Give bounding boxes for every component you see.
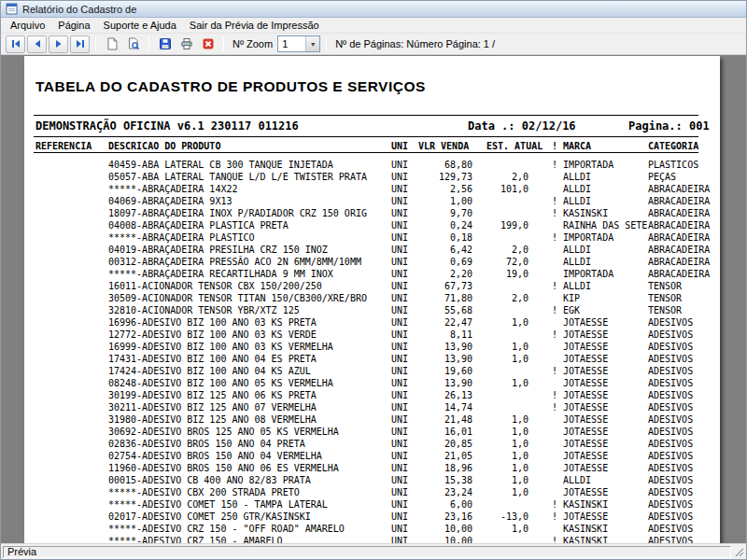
cell-vlr: 26,13 [407, 390, 472, 400]
cell-uni: UNI [391, 487, 408, 497]
table-row: 04069-ABRAÇADEIRA 9X13UNI1,00!ALLDIABRAC… [24, 195, 720, 207]
cell-desc: 08248-ADESIVO BIZ 100 ANO 05 KS VERMELHA [108, 378, 333, 388]
cell-uni: UNI [391, 232, 408, 243]
cell-marca: ALLDI [563, 172, 591, 182]
printer-icon [180, 37, 193, 50]
close-preview-button[interactable] [198, 35, 218, 53]
cell-marca: JOTAESSE [563, 463, 608, 473]
cell-vlr: 23,24 [407, 487, 472, 497]
cell-cat: ABRACADEIRA [648, 184, 710, 194]
cell-desc: 17431-ADESIVO BIZ 100 ANO 04 ES PRETA [108, 354, 317, 364]
cell-uni: UNI [391, 536, 408, 543]
status-bar: Prévia [1, 543, 746, 559]
save-icon [159, 37, 172, 50]
app-icon [6, 3, 18, 15]
document-button[interactable] [102, 35, 121, 53]
report-page-number: Pagina.: 001 [628, 119, 710, 133]
cell-cat: ADESIVOS [648, 511, 693, 522]
cell-desc: *****-ABRAÇADEIRA PLASTICO [108, 232, 255, 243]
cell-flag: ! [552, 366, 557, 376]
cell-flag: ! [552, 208, 557, 218]
document-icon [106, 37, 119, 50]
cell-cat: ADESIVOS [648, 499, 693, 510]
cell-est: 2,0 [480, 245, 529, 255]
menu-pagina[interactable]: Página [51, 19, 96, 32]
zoom-label: Nº Zoom [230, 38, 275, 49]
table-row: 30692-ADESIVO BROS 125 ANO 05 KS VERMELH… [24, 426, 720, 438]
cell-vlr: 16,01 [407, 427, 472, 437]
cell-vlr: 1,00 [407, 196, 472, 206]
cell-desc: 04008-ABRAÇADEIRA PLASTICA PRETA [108, 220, 289, 231]
chevron-down-icon[interactable]: ▼ [305, 36, 319, 51]
cell-marca: JOTAESSE [563, 329, 608, 340]
zoom-value: 1 [278, 36, 305, 51]
cell-uni: UNI [391, 390, 408, 400]
table-row: 02836-ADESIVO BROS 150 ANO 04 PRETAUNI20… [24, 438, 720, 450]
cell-uni: UNI [391, 160, 408, 170]
search-page-icon [127, 37, 140, 50]
cell-vlr: 0,18 [407, 232, 472, 243]
cell-cat: TENSOR [648, 305, 682, 315]
cell-cat: ADESIVOS [648, 354, 693, 364]
app-window: Relatório do Cadastro de ArquivoPáginaSu… [0, 0, 747, 560]
cell-vlr: 15,38 [407, 475, 472, 485]
table-row: 30199-ADESIVO BIZ 125 ANO 06 KS PRETAUNI… [24, 389, 720, 401]
cell-marca: ALLDI [563, 475, 591, 485]
cell-marca: ALLDI [563, 257, 591, 267]
cell-desc: *****-ADESIVO CRZ 150 - "OFF ROAD" AMARE… [108, 524, 345, 534]
cell-uni: UNI [391, 184, 408, 194]
cell-flag: ! [552, 511, 557, 522]
menu-arquivo[interactable]: Arquivo [4, 19, 51, 32]
next-page-button[interactable] [49, 35, 68, 53]
cell-marca: JOTAESSE [563, 439, 608, 449]
cell-marca: IMPORTADA [563, 269, 613, 279]
cell-desc: 11960-ADESIVO BROS 150 ANO 06 ES VERMELH… [108, 463, 339, 473]
cell-est: 1,0 [480, 342, 529, 352]
report-date: Data .: 02/12/16 [468, 119, 576, 133]
table-row: 16999-ADESIVO BIZ 100 ANO 03 KS VERMELHA… [24, 341, 720, 353]
cell-desc: 05057-ABA LATERAL TANQUE L/D L/E TWISTER… [108, 172, 367, 182]
cell-vlr: 2,56 [407, 184, 472, 194]
cell-uni: UNI [391, 524, 408, 534]
cell-uni: UNI [391, 366, 408, 376]
print-button[interactable] [176, 35, 196, 53]
save-button[interactable] [155, 35, 175, 53]
table-row: 11960-ADESIVO BROS 150 ANO 06 ES VERMELH… [24, 462, 720, 474]
cell-marca: JOTAESSE [563, 511, 608, 522]
resize-grip[interactable] [734, 547, 745, 558]
last-page-button[interactable] [70, 35, 90, 53]
cell-uni: UNI [391, 354, 408, 364]
cell-marca: KASINSKI [563, 208, 608, 218]
first-page-button[interactable] [6, 35, 25, 53]
previous-page-button[interactable] [27, 35, 47, 53]
column-header-referencia: REFERENCIA [35, 141, 92, 151]
cell-est: 72,0 [480, 257, 529, 267]
cell-desc: 30211-ADESIVO BIZ 125 ANO 07 VERMELHA [108, 402, 317, 413]
cell-marca: KIP [563, 293, 580, 303]
table-row: *****-ADESIVO CRZ 150 - "OFF ROAD" AMARE… [24, 523, 720, 535]
menu-suporte-e-ajuda[interactable]: Suporte e Ajuda [97, 19, 183, 32]
cell-vlr: 9,70 [407, 208, 472, 218]
cell-marca: JOTAESSE [563, 378, 608, 388]
cell-desc: 30199-ADESIVO BIZ 125 ANO 06 KS PRETA [108, 390, 317, 400]
title-bar[interactable]: Relatório do Cadastro de [1, 1, 746, 18]
table-row: 12772-ADESIVO BIZ 100 ANO 03 KS VERDEUNI… [24, 329, 720, 341]
pages-info-label: Nº de Páginas: Número Página: 1 / [332, 38, 498, 49]
cell-cat: ADESIVOS [648, 402, 693, 413]
menu-sair-da-previa-de-impressao[interactable]: Sair da Prévia de Impressão [183, 19, 326, 32]
cell-est: 199,0 [480, 220, 529, 231]
zoom-combobox[interactable]: 1 ▼ [277, 35, 320, 52]
cell-uni: UNI [391, 475, 408, 485]
cell-marca: JOTAESSE [563, 402, 608, 413]
cell-marca: JOTAESSE [563, 414, 608, 425]
preview-button[interactable] [123, 35, 143, 53]
cell-cat: ABRACADEIRA [648, 257, 710, 267]
cell-vlr: 6,00 [407, 499, 472, 510]
cell-uni: UNI [391, 172, 408, 182]
table-row: 04019-ABRAÇADEIRA PRESILHA CRZ 150 INOZU… [24, 244, 720, 256]
cell-marca: ALLDI [563, 245, 591, 255]
preview-area[interactable]: TABELA DO CADASTRO DE PRODUTOS E SERVIÇO… [1, 55, 746, 543]
cell-vlr: 129,73 [407, 172, 472, 182]
cell-desc: 00312-ABRAÇADEIRA PRESSÃO ACO 2N 6MM/8MM… [108, 257, 361, 267]
cell-desc: *****-ADESIVO CRZ 150 - AMARELO [108, 536, 283, 543]
